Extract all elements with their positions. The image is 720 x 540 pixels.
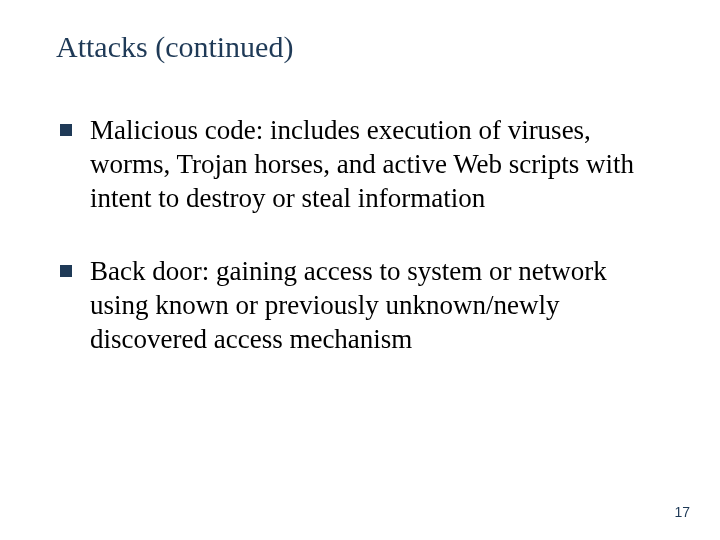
bullet-square-icon [60, 265, 72, 277]
list-item: Back door: gaining access to system or n… [60, 255, 660, 356]
bullet-square-icon [60, 124, 72, 136]
bullet-text: Back door: gaining access to system or n… [90, 255, 660, 356]
list-item: Malicious code: includes execution of vi… [60, 114, 660, 215]
slide-title: Attacks (continued) [56, 30, 660, 64]
bullet-text: Malicious code: includes execution of vi… [90, 114, 660, 215]
bullet-list: Malicious code: includes execution of vi… [60, 114, 660, 357]
slide-container: Attacks (continued) Malicious code: incl… [0, 0, 720, 540]
page-number: 17 [674, 504, 690, 520]
